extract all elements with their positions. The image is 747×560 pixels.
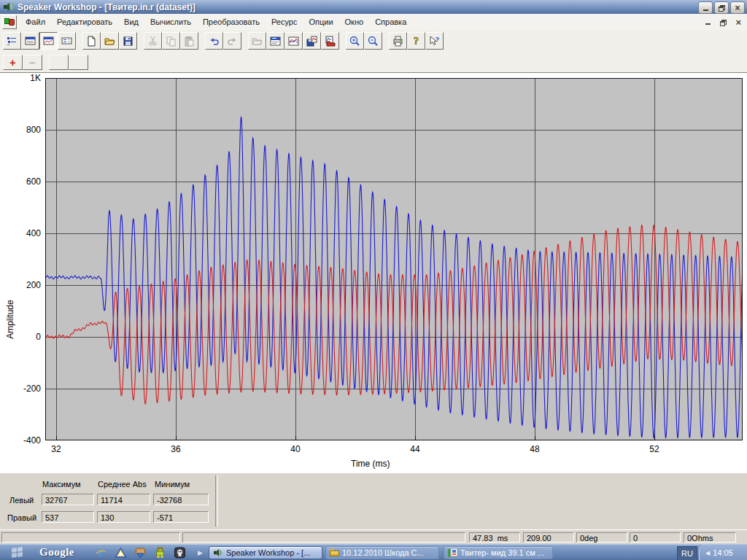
add-button[interactable]: + xyxy=(3,55,23,70)
blank-button-1[interactable] xyxy=(49,55,69,70)
clock[interactable]: 14:05 xyxy=(713,548,733,557)
menu-transform[interactable]: Преобразовать xyxy=(197,15,266,28)
export-chart-button[interactable] xyxy=(321,32,339,50)
x-tick-label: 48 xyxy=(522,444,547,454)
y-tick-label: 200 xyxy=(9,280,41,290)
menu-edit[interactable]: Редактировать xyxy=(51,15,118,28)
google-toolbar-logo[interactable]: Google xyxy=(39,546,74,559)
windows-logo-icon[interactable] xyxy=(12,547,23,558)
x-tick-label: 36 xyxy=(163,444,188,454)
properties-button[interactable] xyxy=(266,32,285,50)
export-chart-icon xyxy=(324,35,336,47)
paste-button[interactable] xyxy=(180,32,198,50)
internet-explorer-icon[interactable]: e xyxy=(95,547,107,559)
menu-view[interactable]: Вид xyxy=(118,15,144,28)
mdi-minimize-icon[interactable] xyxy=(705,23,711,25)
minimize-button[interactable] xyxy=(698,1,713,14)
menu-help[interactable]: Справка xyxy=(369,15,412,28)
save-chart-button[interactable] xyxy=(303,32,321,50)
y-tick-label: 1K xyxy=(9,73,41,83)
status-cursor-time: 47.83 ms xyxy=(469,532,520,542)
stats-left-avgabs: 11714 xyxy=(97,494,150,505)
task-button-speaker-workshop[interactable]: Speaker Workshop - [... xyxy=(209,546,322,559)
print-button[interactable] xyxy=(389,32,407,50)
print-icon xyxy=(392,35,404,47)
datasheet-view-button[interactable] xyxy=(21,32,39,50)
system-tray: ◀ 14:05 xyxy=(699,545,747,560)
status-phase: 0deg xyxy=(576,532,627,542)
mdi-restore-icon[interactable] xyxy=(720,20,726,25)
context-help-button[interactable]: ? xyxy=(425,32,444,50)
x-tick-label: 52 xyxy=(642,444,667,454)
status-bar: 47.83 ms 209.00 0deg 0 0Ohms xyxy=(0,529,747,545)
status-impedance: 0Ohms xyxy=(684,532,736,542)
help-icon: ? xyxy=(410,35,422,47)
context-help-icon: ? xyxy=(428,35,441,47)
undo-icon xyxy=(208,35,220,47)
menu-options[interactable]: Опции xyxy=(303,15,338,28)
quicklaunch-overflow-chevron[interactable]: ▶ xyxy=(198,549,203,556)
task-button-image-viewer[interactable]: Твитер- мид 39.1 см ... xyxy=(444,546,553,559)
chart-options-button[interactable] xyxy=(285,32,303,50)
minimize-icon xyxy=(703,9,708,11)
x-axis-title: Time (ms) xyxy=(351,459,390,469)
chart-view-button[interactable] xyxy=(39,32,58,50)
menu-bar: Файл Редактировать Вид Вычислить Преобра… xyxy=(0,14,747,31)
tray-collapse-icon[interactable]: ◀ xyxy=(705,550,710,556)
skull-app-icon[interactable] xyxy=(174,547,186,559)
cut-button[interactable] xyxy=(144,32,162,50)
sort-view-icon xyxy=(6,35,18,47)
redo-button[interactable] xyxy=(223,32,241,50)
y-tick-label: -200 xyxy=(9,384,41,394)
task-button-folder[interactable]: 10.12.2010 Шкода С... xyxy=(325,546,439,559)
y-tick-label: 600 xyxy=(9,176,41,187)
zoom-in-button[interactable] xyxy=(346,32,364,50)
stats-panel: Максимум Среднее Abs Минимум Левый 32767… xyxy=(0,472,747,530)
copy-button[interactable] xyxy=(162,32,180,50)
stats-header-min: Минимум xyxy=(155,480,190,489)
redo-icon xyxy=(226,35,239,47)
mdi-close-icon[interactable]: × xyxy=(735,17,741,28)
open-button[interactable] xyxy=(101,32,119,50)
restore-button[interactable] xyxy=(714,1,729,14)
stats-row-label-right: Правый xyxy=(7,513,36,522)
download-manager-icon[interactable] xyxy=(134,547,147,559)
dataset-document-icon[interactable] xyxy=(2,15,17,29)
stats-right-max: 537 xyxy=(42,511,94,523)
waveform-plot[interactable] xyxy=(45,78,743,440)
blank-button-2[interactable] xyxy=(69,55,88,70)
properties-window-icon xyxy=(269,35,282,47)
task-speaker-icon xyxy=(213,548,223,557)
task-button-label: Speaker Workshop - [... xyxy=(226,548,310,557)
remove-button[interactable]: − xyxy=(23,55,42,70)
main-toolbar: ? ? xyxy=(0,30,747,52)
menu-calculate[interactable]: Вычислить xyxy=(144,15,197,28)
desktop: Speaker Workshop - [Твитер.in.r (dataset… xyxy=(0,0,747,560)
folder-icon xyxy=(330,549,339,557)
new-document-button[interactable] xyxy=(82,32,101,50)
language-indicator[interactable]: RU xyxy=(677,546,697,560)
secondary-toolbar: + − xyxy=(0,52,747,73)
save-button[interactable] xyxy=(119,32,137,50)
y-tick-label: -400 xyxy=(9,435,41,446)
open-resource-button[interactable] xyxy=(248,32,266,50)
stats-left-max: 32767 xyxy=(42,494,94,505)
menu-resource[interactable]: Ресурс xyxy=(266,15,303,28)
menu-window[interactable]: Окно xyxy=(339,15,370,28)
zoom-out-button[interactable] xyxy=(364,32,382,50)
sort-view-button[interactable] xyxy=(3,32,21,50)
daemon-tools-icon[interactable] xyxy=(115,547,127,559)
close-button[interactable]: × xyxy=(730,1,745,14)
status-extra: 0 xyxy=(630,532,681,542)
task-button-label: 10.12.2010 Шкода С... xyxy=(342,548,424,557)
help-button[interactable]: ? xyxy=(407,32,425,50)
taskbar: Google e ▶ xyxy=(0,544,747,560)
menu-file[interactable]: Файл xyxy=(20,15,51,28)
stats-panel-divider xyxy=(215,475,218,526)
chart-area: 1K8006004002000-200-400 323640444852 Amp… xyxy=(0,72,747,473)
robot-app-icon[interactable] xyxy=(154,547,166,559)
undo-button[interactable] xyxy=(205,32,223,50)
x-tick-label: 32 xyxy=(44,444,69,454)
properties-view-button[interactable] xyxy=(58,32,76,50)
zoom-out-icon xyxy=(367,35,379,47)
